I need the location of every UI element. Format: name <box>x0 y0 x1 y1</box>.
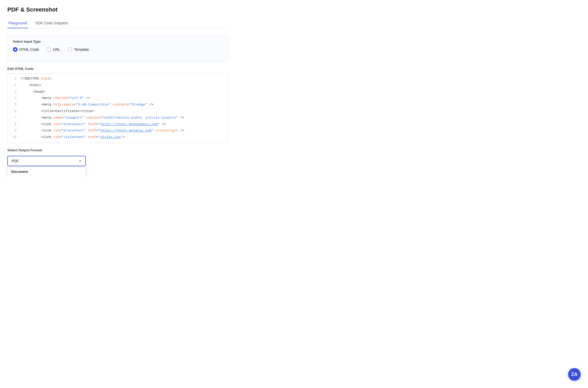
radio-html-code[interactable]: HTML Code <box>13 47 39 52</box>
code-line-2: 2 <html> <box>8 82 228 89</box>
code-line-4: 4 <meta charset="utf-8" /> <box>8 95 228 102</box>
code-line-10: 10 <link rel="stylesheet" href="styles.c… <box>8 134 228 141</box>
code-line-7: 7 <meta name="viewport" content="width=d… <box>8 115 228 121</box>
code-line-6: 6 <title>Certificate</title> <box>8 108 228 115</box>
radio-url[interactable]: URL <box>46 47 60 52</box>
code-editor[interactable]: 1 <!DOCTYPE html> 2 <html> 3 <head> 4 <m… <box>7 73 228 143</box>
code-line-5: 5 <meta http-equiv="X-UA-Compatible" con… <box>8 102 228 108</box>
code-line-8: 8 <link rel="preconnect" href="https://f… <box>8 121 228 128</box>
radio-html-code-label: HTML Code <box>19 47 39 52</box>
output-format-label: Select Output Format <box>7 148 228 152</box>
dropdown-item-pdf[interactable]: PDF ✓ <box>8 175 86 177</box>
dropdown-selected-value: PDF <box>12 159 19 163</box>
output-format-section: Select Output Format PDF ▼ Document PDF … <box>7 148 228 166</box>
code-line-1: 1 <!DOCTYPE html> <box>8 76 228 82</box>
radio-html-code-circle <box>13 47 18 52</box>
dropdown-group-document: Document <box>8 167 86 175</box>
output-format-dropdown-container: PDF ▼ Document PDF ✓ Screenshot PNG JPEG <box>7 156 86 166</box>
input-type-section: Select Input Type HTML Code URL Template <box>7 35 228 62</box>
code-editor-label: Edit HTML Code <box>7 67 228 71</box>
input-type-label: Select Input Type <box>13 40 223 43</box>
page-title: PDF & Screenshot <box>7 6 228 13</box>
radio-template-circle <box>68 47 72 52</box>
chevron-down-icon: ▼ <box>79 159 82 163</box>
input-type-radio-group: HTML Code URL Template <box>13 47 223 52</box>
radio-template-label: Template <box>74 47 89 52</box>
code-lines: 1 <!DOCTYPE html> 2 <html> 3 <head> 4 <m… <box>8 74 228 143</box>
code-line-9: 9 <link rel="preconnect" href="https://f… <box>8 128 228 134</box>
radio-url-label: URL <box>53 47 60 52</box>
code-editor-section: Edit HTML Code 1 <!DOCTYPE html> 2 <html… <box>7 67 228 143</box>
output-format-dropdown-trigger[interactable]: PDF ▼ <box>7 156 86 166</box>
tab-sdk-code-snippets[interactable]: SDK Code Snippets <box>34 18 69 28</box>
code-line-3: 3 <head> <box>8 89 228 95</box>
output-format-dropdown-menu: Document PDF ✓ Screenshot PNG JPEG <box>7 167 86 177</box>
tab-playground[interactable]: Playground <box>7 18 28 28</box>
radio-url-circle <box>46 47 51 52</box>
tab-bar: Playground SDK Code Snippets <box>7 18 228 28</box>
radio-template[interactable]: Template <box>68 47 89 52</box>
